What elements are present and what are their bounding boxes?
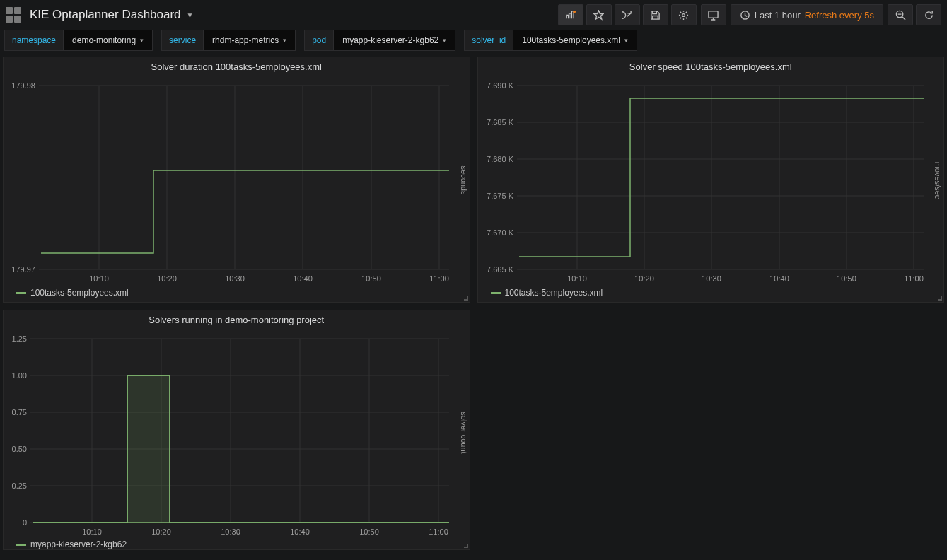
panel-solvers-running[interactable]: Solvers running in demo-monitoring proje… [3,310,470,550]
template-variable-bar: namespace demo-monitoring▾ service rhdm-… [0,30,947,57]
legend-swatch [491,292,501,294]
caret-down-icon: ▾ [624,37,628,44]
var-namespace-value[interactable]: demo-monitoring▾ [63,30,153,51]
caret-down-icon: ▾ [443,37,446,44]
add-panel-button[interactable] [558,4,583,25]
legend-swatch [16,292,26,294]
svg-text:10:40: 10:40 [293,274,313,283]
legend-swatch [16,544,26,546]
svg-text:10:20: 10:20 [151,527,171,536]
svg-text:11:00: 11:00 [904,274,924,283]
dashboard-title: KIE Optaplanner Dashboard [30,8,181,22]
svg-text:7.690 K: 7.690 K [487,81,514,90]
tv-mode-button[interactable] [701,4,726,25]
svg-text:7.665 K: 7.665 K [487,265,514,274]
legend-label: 100tasks-5employees.xml [505,288,603,298]
svg-text:10:30: 10:30 [225,274,245,283]
svg-text:10:40: 10:40 [290,527,310,536]
var-service-value[interactable]: rhdm-app-metrics▾ [203,30,296,51]
dashboards-icon[interactable] [6,7,21,23]
zoom-out-button[interactable] [888,4,913,25]
svg-text:10:10: 10:10 [89,274,109,283]
var-namespace-label: namespace [4,30,63,51]
svg-text:7.685 K: 7.685 K [487,118,514,127]
svg-point-0 [682,13,685,16]
svg-text:7.675 K: 7.675 K [487,192,514,200]
refresh-interval-label: Refresh every 5s [805,10,874,21]
svg-text:179.97: 179.97 [11,265,35,274]
svg-text:10:50: 10:50 [361,274,381,283]
svg-text:179.98: 179.98 [11,81,35,90]
time-picker-button[interactable]: Last 1 hour Refresh every 5s [731,4,883,25]
svg-text:10:10: 10:10 [82,527,102,536]
resize-handle[interactable] [464,544,468,548]
chart-solver-speed: 7.690 K 7.685 K 7.680 K 7.675 K 7.670 K … [478,75,941,284]
svg-text:7.680 K: 7.680 K [487,155,514,163]
svg-text:0.75: 0.75 [12,408,27,416]
caret-down-icon: ▾ [283,37,286,44]
panel-solver-speed[interactable]: Solver speed 100tasks-5employees.xml [477,57,945,303]
svg-text:10:10: 10:10 [567,274,587,283]
svg-text:10:30: 10:30 [221,527,240,536]
svg-text:10:20: 10:20 [634,274,654,283]
settings-button[interactable] [671,4,697,25]
chart-solvers-running: 1.25 1.00 0.75 0.50 0.25 0 10:10 10:20 1… [4,328,467,537]
var-solverid-value[interactable]: 100tasks-5employees.xml▾ [513,30,637,51]
svg-text:10:30: 10:30 [702,274,721,283]
var-solverid-label: solver_id [464,30,513,51]
share-button[interactable] [615,4,640,25]
caret-down-icon: ▾ [140,37,144,44]
svg-text:0: 0 [23,518,27,527]
y-axis-label: solver count [460,412,468,453]
legend-label: myapp-kieserver-2-kgb62 [30,539,127,549]
chart-solver-duration: 179.98 179.97 10:10 10:20 10:30 10:40 10… [4,75,467,284]
legend[interactable]: 100tasks-5employees.xml [478,285,944,302]
y-axis-label: moves/sec [934,161,942,199]
header-bar: KIE Optaplanner Dashboard ▼ Last 1 hour … [0,0,947,30]
resize-handle[interactable] [938,296,942,301]
star-button[interactable] [586,4,612,25]
legend[interactable]: 100tasks-5employees.xml [4,285,470,302]
panel-title: Solver speed 100tasks-5employees.xml [478,57,944,75]
svg-text:10:20: 10:20 [157,274,177,283]
svg-rect-1 [709,11,718,17]
legend[interactable]: myapp-kieserver-2-kgb62 [4,537,470,554]
svg-text:0.25: 0.25 [12,482,27,490]
svg-text:10:50: 10:50 [359,527,379,536]
svg-text:10:40: 10:40 [769,274,789,283]
svg-text:11:00: 11:00 [429,527,448,536]
svg-text:1.00: 1.00 [12,371,27,380]
svg-text:11:00: 11:00 [429,274,449,283]
var-service-label: service [161,30,203,51]
legend-label: 100tasks-5employees.xml [30,288,129,298]
time-range-label: Last 1 hour [755,10,801,21]
panel-title: Solver duration 100tasks-5employees.xml [4,57,470,75]
save-button[interactable] [643,4,668,25]
panel-title: Solvers running in demo-monitoring proje… [4,310,470,328]
svg-text:1.25: 1.25 [12,334,27,343]
svg-text:7.670 K: 7.670 K [487,228,514,237]
y-axis-label: seconds [460,165,468,194]
dashboard-title-picker[interactable]: KIE Optaplanner Dashboard ▼ [30,8,194,22]
var-pod-label: pod [304,30,333,51]
var-pod-value[interactable]: myapp-kieserver-2-kgb62▾ [333,30,455,51]
svg-text:10:50: 10:50 [837,274,856,283]
svg-text:0.50: 0.50 [12,445,27,453]
caret-down-icon: ▼ [187,11,194,19]
panel-solver-duration[interactable]: Solver duration 100tasks-5employees.xml … [3,57,470,303]
refresh-button[interactable] [916,4,941,25]
resize-handle[interactable] [464,296,468,301]
